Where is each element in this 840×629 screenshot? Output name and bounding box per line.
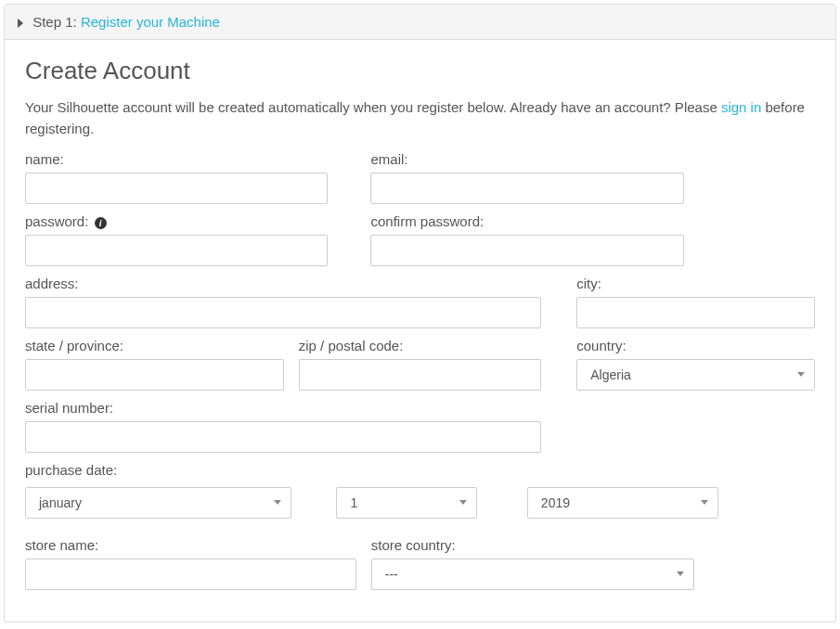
password-input[interactable] (25, 235, 328, 266)
address-input[interactable] (25, 297, 541, 328)
caret-right-icon (18, 19, 23, 28)
step-link[interactable]: Register your Machine (81, 14, 220, 30)
serial-input[interactable] (25, 421, 541, 453)
email-label: email: (370, 151, 815, 167)
register-panel: Step 1: Register your Machine Create Acc… (4, 4, 836, 623)
info-icon[interactable]: i (95, 217, 107, 229)
state-label: state / province: (25, 338, 284, 353)
chevron-down-icon (459, 500, 467, 505)
country-value: Algeria (587, 367, 631, 382)
zip-input[interactable] (299, 359, 541, 391)
address-label: address: (25, 276, 541, 291)
chevron-down-icon (797, 372, 805, 377)
step-prefix: Step 1: (32, 14, 77, 30)
year-value: 2019 (537, 495, 570, 510)
store-country-value: --- (381, 567, 398, 582)
panel-heading[interactable]: Step 1: Register your Machine (5, 5, 835, 40)
store-name-label: store name: (25, 537, 356, 553)
purchase-date-label: purchase date: (25, 462, 815, 478)
confirm-password-label: confirm password: (370, 213, 815, 229)
day-value: 1 (346, 495, 357, 510)
intro-before: Your Silhouette account will be created … (25, 99, 721, 115)
city-input[interactable] (576, 297, 815, 328)
state-input[interactable] (25, 359, 284, 391)
country-label: country: (576, 338, 815, 353)
page-title: Create Account (25, 57, 815, 85)
city-label: city: (576, 276, 815, 291)
store-country-select[interactable]: --- (371, 558, 694, 590)
panel-body: Create Account Your Silhouette account w… (5, 40, 835, 622)
password-label-text: password: (25, 213, 88, 229)
serial-label: serial number: (25, 400, 541, 416)
zip-label: zip / postal code: (299, 338, 541, 353)
country-select[interactable]: Algeria (576, 359, 815, 391)
store-country-label: store country: (371, 537, 694, 553)
month-select[interactable]: january (25, 487, 291, 519)
month-value: january (35, 495, 82, 510)
chevron-down-icon (701, 500, 708, 505)
password-label: password: i (25, 213, 328, 229)
name-label: name: (25, 151, 328, 167)
year-select[interactable]: 2019 (527, 487, 718, 519)
sign-in-link[interactable]: sign in (721, 99, 761, 115)
intro-text: Your Silhouette account will be created … (25, 96, 815, 140)
email-input[interactable] (370, 173, 684, 204)
chevron-down-icon (677, 571, 684, 576)
chevron-down-icon (274, 500, 281, 505)
confirm-password-input[interactable] (370, 235, 684, 266)
name-input[interactable] (25, 173, 328, 204)
day-select[interactable]: 1 (336, 487, 476, 519)
store-name-input[interactable] (25, 558, 356, 590)
